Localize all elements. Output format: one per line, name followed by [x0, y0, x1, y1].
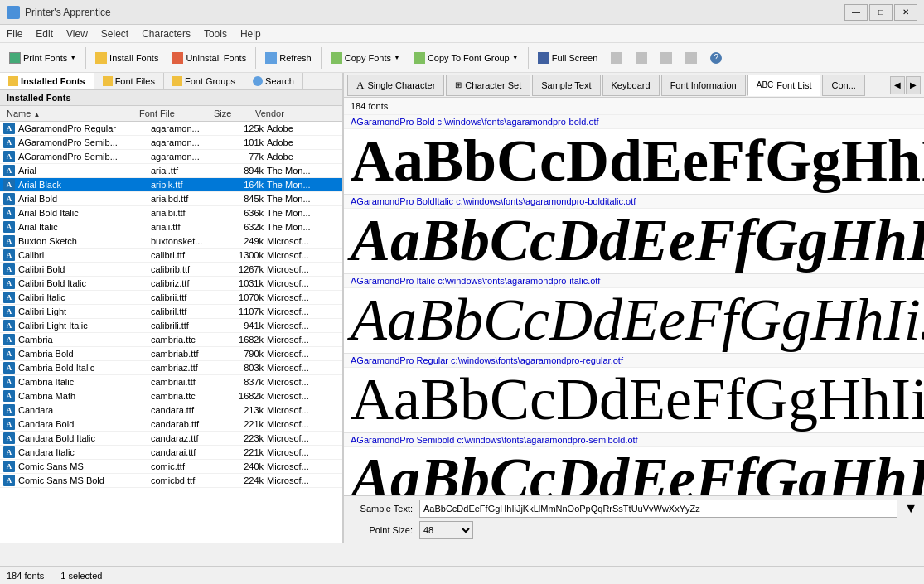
- font-row[interactable]: A Arial arial.ttf 894k The Mon...: [0, 164, 342, 178]
- preview-font-link[interactable]: AGaramondPro BoldItalic: [351, 196, 453, 206]
- menu-tools[interactable]: Tools: [197, 25, 234, 43]
- font-row[interactable]: A Cambria cambria.ttc 1682k Microsof...: [0, 333, 342, 347]
- preview-font-link[interactable]: AGaramondPro Regular: [351, 355, 448, 365]
- font-vendor: Microsof...: [267, 335, 339, 345]
- font-row[interactable]: A AGaramondPro Semib... agaramon... 77k …: [0, 150, 342, 164]
- font-vendor: Microsof...: [267, 447, 339, 457]
- font-name: Arial Bold Italic: [18, 208, 151, 218]
- sample-text-dropdown[interactable]: ▼: [904, 501, 917, 516]
- font-file: cambria.ttc: [151, 335, 225, 345]
- font-row[interactable]: A Cambria Bold Italic cambriaz.ttf 803k …: [0, 361, 342, 375]
- menu-edit[interactable]: Edit: [29, 25, 60, 43]
- tab-font-list[interactable]: ABC Font List: [747, 75, 821, 96]
- extra-icon-4: [685, 52, 697, 64]
- tab-single-character[interactable]: A Single Character: [347, 75, 444, 96]
- font-name: Arial: [18, 166, 151, 176]
- font-row[interactable]: A Calibri calibri.ttf 1300k Microsof...: [0, 249, 342, 263]
- tab-font-files[interactable]: Font Files: [94, 73, 164, 89]
- toolbar-extra-4[interactable]: [680, 46, 703, 70]
- preview-font-link[interactable]: AGaramondPro Bold: [351, 117, 435, 127]
- menu-characters[interactable]: Characters: [135, 25, 197, 43]
- col-file[interactable]: Font File: [136, 108, 210, 119]
- font-name: Calibri: [18, 250, 151, 260]
- install-fonts-button[interactable]: Install Fonts: [89, 46, 164, 70]
- font-row[interactable]: A Calibri Light Italic calibrili.ttf 941…: [0, 319, 342, 333]
- font-row[interactable]: A Candara Bold Italic candaraz.ttf 223k …: [0, 432, 342, 446]
- tab-scroll-right[interactable]: ▶: [906, 76, 921, 94]
- col-name[interactable]: Name ▲: [3, 108, 136, 119]
- uninstall-icon: [172, 52, 183, 64]
- close-button[interactable]: ✕: [894, 4, 917, 21]
- tab-scroll-left[interactable]: ◀: [890, 76, 905, 94]
- font-row[interactable]: A Cambria Math cambria.ttc 1682k Microso…: [0, 389, 342, 403]
- font-row[interactable]: A Candara candara.ttf 213k Microsof...: [0, 403, 342, 417]
- toolbar-extra-2[interactable]: [630, 46, 653, 70]
- font-size: 213k: [225, 405, 267, 415]
- font-row[interactable]: A Arial Black ariblk.ttf 164k The Mon...: [0, 178, 342, 192]
- font-row[interactable]: A Calibri Italic calibrii.ttf 1070k Micr…: [0, 291, 342, 305]
- maximize-button[interactable]: □: [869, 4, 893, 21]
- col-vendor[interactable]: Vendor: [252, 108, 339, 119]
- font-file: agaramon...: [151, 123, 225, 133]
- font-type-icon: A: [3, 348, 15, 360]
- font-row[interactable]: A Calibri Bold Italic calibriz.ttf 1031k…: [0, 277, 342, 291]
- preview-font-link[interactable]: AGaramondPro Italic: [351, 276, 435, 286]
- font-row[interactable]: A Comic Sans MS comic.ttf 240k Microsof.…: [0, 460, 342, 474]
- menu-file[interactable]: File: [0, 25, 29, 43]
- tab-font-information[interactable]: Font Information: [661, 75, 746, 96]
- font-name: Calibri Light: [18, 306, 151, 316]
- font-vendor: Microsof...: [267, 405, 339, 415]
- point-size-select[interactable]: 68101214182436486072: [419, 521, 473, 539]
- font-row[interactable]: A Arial Italic ariali.ttf 632k The Mon..…: [0, 220, 342, 234]
- menu-view[interactable]: View: [60, 25, 94, 43]
- font-row[interactable]: A Arial Bold Italic arialbi.ttf 636k The…: [0, 206, 342, 220]
- extra-icon-2: [636, 52, 647, 64]
- tab-installed-fonts[interactable]: Installed Fonts: [0, 73, 94, 89]
- col-size[interactable]: Size: [210, 108, 252, 119]
- font-name: Arial Black: [18, 180, 151, 190]
- toolbar-extra-1[interactable]: [605, 46, 628, 70]
- menu-select[interactable]: Select: [94, 25, 135, 43]
- font-file: arialbd.ttf: [151, 194, 225, 204]
- font-file: buxtonsket...: [151, 236, 225, 246]
- tab-font-groups[interactable]: Font Groups: [164, 73, 244, 89]
- uninstall-fonts-button[interactable]: Uninstall Fonts: [166, 46, 252, 70]
- tab-keyboard[interactable]: Keyboard: [602, 75, 660, 96]
- tab-search[interactable]: Search: [244, 73, 303, 89]
- full-screen-button[interactable]: Full Screen: [532, 46, 604, 70]
- font-row[interactable]: A Cambria Bold cambriab.ttf 790k Microso…: [0, 347, 342, 361]
- left-panel: Installed Fonts Font Files Font Groups S…: [0, 73, 344, 543]
- font-row[interactable]: A AGaramondPro Regular agaramon... 125k …: [0, 122, 342, 136]
- help-button[interactable]: ?: [704, 46, 728, 70]
- copy-to-font-group-button[interactable]: Copy To Font Group ▼: [408, 46, 525, 70]
- print-fonts-button[interactable]: Print Fonts ▼: [3, 46, 82, 70]
- window-controls: — □ ✕: [844, 4, 917, 21]
- font-size: 221k: [225, 447, 267, 457]
- tab-character-set[interactable]: ⊞ Character Set: [446, 75, 530, 96]
- font-row[interactable]: A AGaramondPro Semib... agaramon... 101k…: [0, 136, 342, 150]
- font-row[interactable]: A Calibri Bold calibrib.ttf 1267k Micros…: [0, 263, 342, 277]
- preview-font-link[interactable]: AGaramondPro Semibold: [351, 435, 454, 445]
- font-row[interactable]: A Buxton Sketch buxtonsket... 249k Micro…: [0, 234, 342, 249]
- font-vendor: Adobe: [267, 123, 339, 133]
- toolbar-extra-3[interactable]: [655, 46, 678, 70]
- font-name: Calibri Bold Italic: [18, 278, 151, 288]
- minimize-button[interactable]: —: [844, 4, 868, 21]
- tab-sample-text[interactable]: Sample Text: [532, 75, 600, 96]
- installed-fonts-icon: [8, 76, 18, 86]
- copy-fonts-button[interactable]: Copy Fonts ▼: [325, 46, 406, 70]
- font-row[interactable]: A Comic Sans MS Bold comicbd.ttf 224k Mi…: [0, 474, 342, 488]
- font-row[interactable]: A Calibri Light calibril.ttf 1107k Micro…: [0, 305, 342, 319]
- tab-con[interactable]: Con...: [822, 75, 864, 96]
- toolbar-sep-3: [321, 47, 322, 69]
- sample-text-input[interactable]: [419, 500, 897, 518]
- font-row[interactable]: A Cambria Italic cambriai.ttf 837k Micro…: [0, 375, 342, 389]
- menu-help[interactable]: Help: [234, 25, 268, 43]
- refresh-button[interactable]: Refresh: [259, 46, 317, 70]
- font-row[interactable]: A Candara Bold candarab.ttf 221k Microso…: [0, 417, 342, 432]
- font-name: AGaramondPro Semib...: [18, 152, 151, 162]
- font-row[interactable]: A Candara Italic candarai.ttf 221k Micro…: [0, 446, 342, 460]
- font-row[interactable]: A Arial Bold arialbd.ttf 845k The Mon...: [0, 192, 342, 206]
- preview-block: AGaramondPro Semibold c:\windows\fonts\a…: [344, 433, 924, 495]
- font-file: candaraz.ttf: [151, 433, 225, 443]
